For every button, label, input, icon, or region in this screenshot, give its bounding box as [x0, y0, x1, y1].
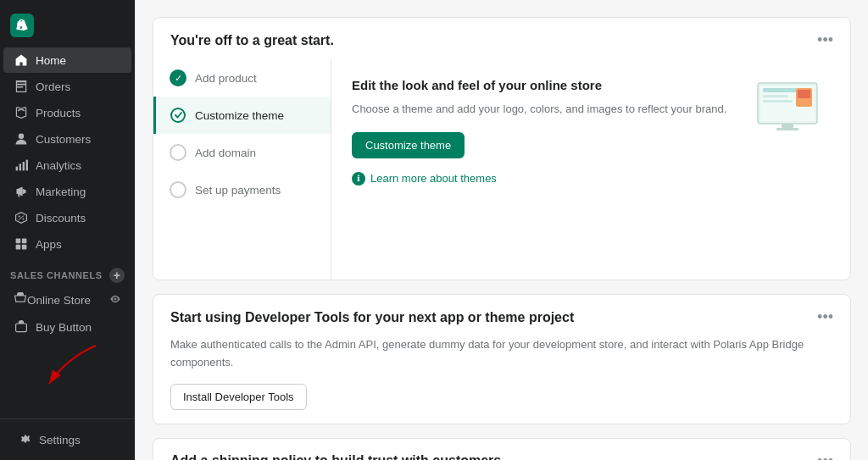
- orders-label: Orders: [36, 80, 70, 93]
- checklist-layout: ✓ Add product Customize theme: [153, 59, 850, 280]
- home-label: Home: [36, 54, 66, 67]
- products-icon: [14, 105, 29, 120]
- sidebar-item-settings[interactable]: Settings: [7, 427, 128, 452]
- analytics-icon: [14, 158, 29, 173]
- svg-rect-1: [16, 84, 25, 86]
- checklist-card-header: You're off to a great start. •••: [153, 18, 850, 59]
- info-icon: ℹ: [352, 172, 365, 186]
- shipping-card-header: Add a shipping policy to build trust wit…: [153, 439, 850, 460]
- active-step-description: Choose a theme and add your logo, colors…: [352, 101, 728, 119]
- learn-more-link[interactable]: ℹ Learn more about themes: [352, 172, 728, 186]
- step-payments-icon: [170, 181, 186, 198]
- step-add-domain[interactable]: Add domain: [153, 134, 331, 171]
- svg-point-8: [19, 215, 20, 217]
- sidebar-item-orders[interactable]: Orders: [3, 74, 131, 99]
- sidebar-item-products[interactable]: Products: [3, 100, 131, 125]
- store-illustration-svg: [749, 76, 826, 144]
- svg-rect-27: [776, 128, 798, 130]
- learn-more-label: Learn more about themes: [370, 172, 497, 185]
- buy-button-icon: [14, 319, 29, 335]
- svg-rect-11: [16, 239, 21, 244]
- sidebar-item-customers[interactable]: Customers: [3, 126, 131, 152]
- step-todo-icon: [170, 144, 186, 161]
- eye-icon[interactable]: [109, 293, 121, 308]
- buy-button-label: Buy Button: [36, 321, 92, 334]
- sidebar-item-online-store[interactable]: Online Store: [3, 287, 131, 313]
- shipping-card: Add a shipping policy to build trust wit…: [153, 438, 851, 460]
- sales-channels-section: SALES CHANNELS +: [0, 258, 135, 286]
- sidebar-item-buy-button[interactable]: Buy Button: [3, 314, 131, 340]
- svg-rect-14: [22, 245, 27, 250]
- shopify-logo-icon: [10, 14, 34, 37]
- step-add-product[interactable]: ✓ Add product: [153, 59, 331, 97]
- svg-rect-12: [22, 239, 27, 244]
- marketing-label: Marketing: [36, 186, 86, 198]
- install-dev-tools-button[interactable]: Install Developer Tools: [170, 384, 307, 410]
- sidebar-item-marketing[interactable]: Marketing: [3, 179, 131, 204]
- svg-point-3: [19, 134, 24, 139]
- svg-rect-7: [26, 160, 28, 171]
- svg-point-15: [114, 298, 117, 301]
- shipping-title: Add a shipping policy to build trust wit…: [170, 453, 501, 460]
- shipping-dots-menu[interactable]: •••: [817, 452, 833, 460]
- active-step-title: Edit the look and feel of your online st…: [352, 76, 728, 94]
- step-set-up-payments[interactable]: Set up payments: [153, 171, 331, 208]
- dev-tools-header: Start using Developer Tools for your nex…: [153, 295, 850, 336]
- settings-icon: [17, 432, 32, 447]
- sidebar-item-home[interactable]: Home: [3, 47, 131, 73]
- sidebar-item-analytics[interactable]: Analytics: [3, 152, 131, 178]
- add-channel-button[interactable]: +: [109, 268, 125, 283]
- sidebar-item-discounts[interactable]: Discounts: [3, 205, 131, 230]
- sales-channels-label: SALES CHANNELS: [10, 270, 103, 280]
- sidebar-bottom: Settings: [0, 418, 135, 460]
- svg-rect-26: [782, 124, 793, 128]
- sidebar: Home Orders Products: [0, 0, 136, 460]
- dev-tools-body: Make authenticated calls to the Admin AP…: [153, 336, 850, 424]
- sidebar-nav: Home Orders Products: [0, 0, 135, 418]
- settings-label: Settings: [39, 434, 81, 446]
- theme-illustration: [745, 76, 830, 263]
- customers-icon: [14, 131, 29, 147]
- svg-rect-23: [763, 100, 793, 103]
- products-label: Products: [36, 107, 81, 119]
- svg-rect-13: [16, 245, 21, 250]
- online-store-left: Online Store: [14, 292, 91, 308]
- svg-rect-6: [23, 162, 25, 170]
- checklist-title: You're off to a great start.: [170, 33, 334, 48]
- dev-tools-card: Start using Developer Tools for your nex…: [153, 294, 851, 424]
- apps-icon: [14, 236, 29, 252]
- dev-tools-dots-menu[interactable]: •••: [817, 308, 833, 326]
- step-customize-theme-label: Customize theme: [195, 109, 284, 122]
- svg-point-9: [22, 219, 24, 220]
- orders-icon: [14, 79, 29, 94]
- sidebar-item-apps[interactable]: Apps: [3, 231, 131, 257]
- checklist-text: Edit the look and feel of your online st…: [352, 76, 728, 263]
- svg-rect-2: [16, 86, 23, 88]
- step-add-domain-label: Add domain: [195, 147, 256, 159]
- marketing-icon: [14, 184, 29, 199]
- svg-rect-25: [798, 90, 810, 98]
- checklist-active-content: Edit the look and feel of your online st…: [331, 59, 850, 280]
- checklist-card: You're off to a great start. ••• ✓ Add p…: [153, 17, 851, 280]
- checklist-dots-menu[interactable]: •••: [817, 31, 833, 49]
- discounts-label: Discounts: [36, 212, 86, 224]
- apps-label: Apps: [36, 238, 62, 251]
- checklist-steps: ✓ Add product Customize theme: [153, 59, 331, 280]
- home-icon: [14, 53, 29, 68]
- customers-label: Customers: [36, 133, 91, 146]
- step-customize-theme[interactable]: Customize theme: [153, 97, 331, 134]
- svg-rect-21: [763, 88, 797, 92]
- customize-theme-button[interactable]: Customize theme: [352, 132, 465, 158]
- step-payments-label: Set up payments: [195, 184, 281, 197]
- svg-rect-5: [19, 163, 21, 170]
- discounts-icon: [14, 210, 29, 225]
- analytics-label: Analytics: [36, 159, 81, 172]
- svg-rect-16: [16, 324, 27, 332]
- svg-rect-22: [763, 95, 788, 97]
- step-active-icon: [170, 107, 186, 124]
- online-store-icon: [14, 292, 27, 308]
- dev-tools-description: Make authenticated calls to the Admin AP…: [170, 336, 833, 372]
- online-store-label: Online Store: [27, 294, 91, 307]
- sidebar-logo: [0, 7, 135, 44]
- svg-rect-4: [16, 167, 18, 171]
